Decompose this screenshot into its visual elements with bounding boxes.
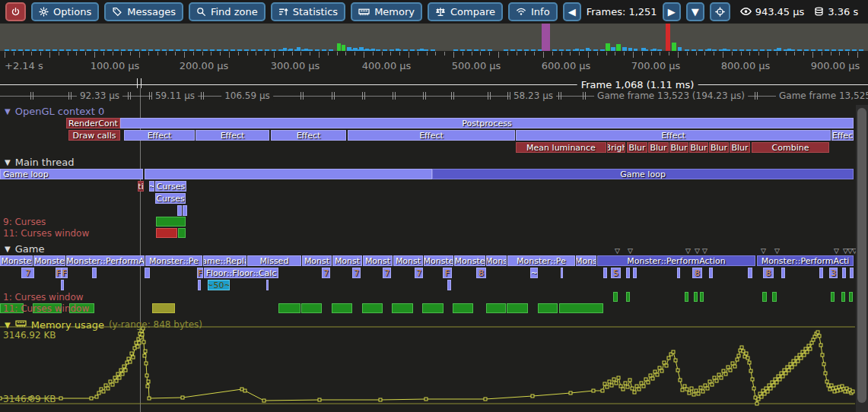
options-button[interactable]: Options xyxy=(31,2,99,21)
zone-bar[interactable]: 7 xyxy=(415,268,423,278)
message-marker-icon[interactable]: ▽ xyxy=(702,248,707,255)
zone-bar[interactable] xyxy=(183,205,187,216)
zone-bar[interactable] xyxy=(819,268,823,278)
zone-bar[interactable]: F xyxy=(56,268,62,278)
zone-bar[interactable] xyxy=(841,292,845,302)
zone-bar[interactable] xyxy=(156,228,177,238)
zone-bar[interactable]: F xyxy=(443,268,452,278)
statistics-button[interactable]: Statistics xyxy=(271,2,345,21)
zone-bar[interactable] xyxy=(626,292,630,302)
zone-bar[interactable] xyxy=(700,292,704,302)
zone-bar[interactable] xyxy=(613,292,618,302)
zone-bar[interactable]: Game::Replay xyxy=(203,255,246,266)
zone-bar[interactable] xyxy=(685,292,688,302)
zone-bar[interactable] xyxy=(486,303,506,313)
message-marker-icon[interactable]: ▽ xyxy=(628,248,633,255)
message-marker-icon[interactable]: ▽ xyxy=(774,248,780,255)
zone-bar[interactable]: Monster::Pe xyxy=(507,255,575,266)
zone-bar[interactable]: Monster::PerformA xyxy=(66,255,145,266)
zone-bar[interactable]: Monster::PerformActi xyxy=(757,255,854,266)
zone-bar[interactable] xyxy=(842,268,846,278)
zone-bar[interactable]: RenderCont xyxy=(66,118,120,128)
scrollbar-track[interactable] xyxy=(856,105,868,412)
zone-bar[interactable] xyxy=(849,292,853,302)
zone-bar[interactable]: ~ xyxy=(530,268,538,278)
zone-bar[interactable]: Monst xyxy=(302,255,332,266)
frame-set-dropdown-button[interactable]: ▼ xyxy=(686,2,704,21)
zone-bar[interactable] xyxy=(507,303,528,313)
zone-bar[interactable] xyxy=(447,280,451,290)
zone-bar[interactable]: Blur xyxy=(709,142,729,153)
info-button[interactable]: Info xyxy=(508,2,558,21)
zone-bar[interactable]: Effect xyxy=(196,130,269,141)
memory-button[interactable]: Memory xyxy=(351,2,422,21)
zone-bar[interactable]: 8 xyxy=(763,268,774,278)
frame-time-histogram[interactable] xyxy=(0,24,868,51)
lock-label[interactable]: 1: Curses window xyxy=(3,292,84,303)
zone-bar[interactable]: Mean luminance xyxy=(516,142,606,153)
zone-bar[interactable]: Blur xyxy=(627,142,647,153)
zone-bar[interactable] xyxy=(145,268,150,278)
zone-bar[interactable] xyxy=(332,303,352,313)
zone-bar[interactable]: Game loop xyxy=(432,169,854,179)
zone-bar[interactable] xyxy=(362,303,383,313)
zone-bar[interactable] xyxy=(748,268,752,278)
zone-bar[interactable]: Effec xyxy=(831,130,854,141)
zone-bar[interactable] xyxy=(831,292,835,302)
zone-bar[interactable]: 5 xyxy=(611,268,621,278)
lock-label[interactable]: 11: Curses window xyxy=(3,303,89,314)
main-thread-section-header[interactable]: ▼ Main thread xyxy=(5,157,74,168)
zone-bar[interactable] xyxy=(61,280,64,290)
memory-section-header[interactable]: ▼ Memory usage (y-range: 848 bytes) xyxy=(5,319,202,331)
zone-bar[interactable]: Monst xyxy=(332,255,362,266)
zone-bar[interactable]: Floor::Floor::Calc xyxy=(204,268,278,278)
zone-bar[interactable]: 8 xyxy=(692,268,702,278)
zone-bar[interactable] xyxy=(266,280,269,290)
zone-bar[interactable]: Missed xyxy=(247,255,301,266)
zone-bar[interactable]: 7 xyxy=(383,268,391,278)
zone-bar[interactable]: F xyxy=(62,268,68,278)
zone-bar[interactable]: Monst xyxy=(393,255,423,266)
zone-bar[interactable]: Effect xyxy=(348,130,515,141)
zone-bar[interactable]: 7 xyxy=(352,268,361,278)
zone-bar[interactable]: Effect xyxy=(516,130,831,141)
zone-bar[interactable]: ~ xyxy=(149,181,154,192)
zone-bar[interactable]: 7 xyxy=(322,268,330,278)
compare-button[interactable]: Compare xyxy=(428,2,503,21)
zone-bar[interactable] xyxy=(762,292,767,302)
message-marker-icon[interactable]: ▽ xyxy=(761,248,766,255)
zone-bar[interactable]: Monster::Pe xyxy=(145,255,202,266)
opengl-section-header[interactable]: ▼ OpenGL context 0 xyxy=(5,106,104,117)
zone-bar[interactable] xyxy=(392,303,413,313)
zone-bar[interactable]: ~50~ xyxy=(208,280,230,290)
zone-bar[interactable] xyxy=(850,268,854,278)
zone-bar[interactable]: Effect xyxy=(124,130,195,141)
zone-bar[interactable] xyxy=(559,303,603,313)
find-zone-button[interactable]: Find zone xyxy=(189,2,265,21)
zone-bar[interactable] xyxy=(198,280,201,290)
zone-bar[interactable]: Blur xyxy=(689,142,708,153)
next-frame-button[interactable]: ▶ xyxy=(663,2,681,21)
zone-bar[interactable] xyxy=(92,268,97,278)
zone-bar[interactable] xyxy=(301,303,322,313)
zone-bar[interactable]: Curses xyxy=(155,193,186,204)
prev-frame-button[interactable]: ◀ xyxy=(563,2,581,21)
zone-bar[interactable] xyxy=(422,303,444,313)
zone-bar[interactable] xyxy=(772,292,777,302)
game-section-header[interactable]: ▼ Game xyxy=(5,243,44,255)
zone-bar[interactable] xyxy=(781,268,785,278)
zone-bar[interactable] xyxy=(677,268,680,278)
zone-bar[interactable] xyxy=(152,303,175,313)
zone-bar[interactable]: Monste xyxy=(0,255,33,266)
zone-bar[interactable] xyxy=(278,303,300,313)
zone-bar[interactable] xyxy=(709,268,713,278)
zone-bar[interactable] xyxy=(177,205,182,216)
zone-bar[interactable] xyxy=(156,217,186,227)
goto-frame-button[interactable] xyxy=(710,2,730,21)
zone-bar[interactable]: Monste xyxy=(424,255,453,266)
zone-bar[interactable]: 3 xyxy=(829,268,838,278)
zone-bar[interactable]: F xyxy=(197,268,203,278)
lock-label[interactable]: 11: Curses window xyxy=(3,228,89,239)
message-marker-icon[interactable]: ▽ xyxy=(695,248,700,255)
zone-bar[interactable]: Monst xyxy=(363,255,393,266)
